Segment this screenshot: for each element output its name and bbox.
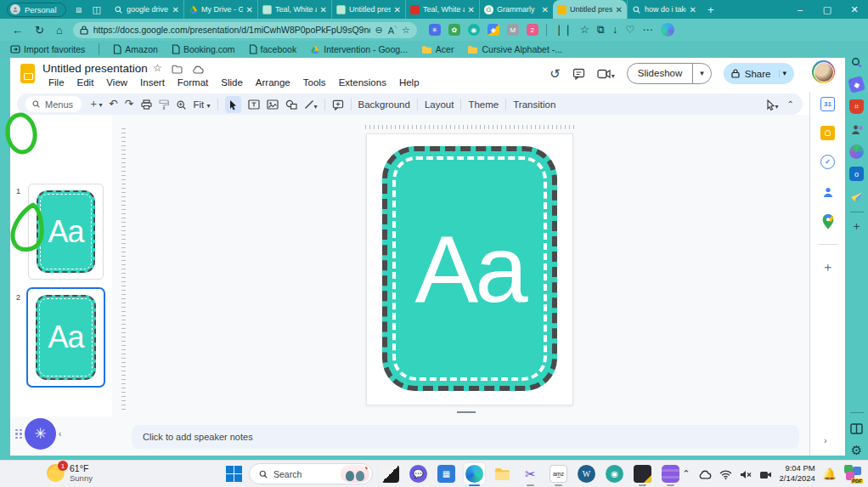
select-tool-button[interactable] (225, 96, 241, 113)
print-icon[interactable] (141, 97, 152, 112)
taskbar-clock[interactable]: 9:04 PM 2/14/2024 (780, 463, 815, 484)
tab-untitled-active[interactable]: Untitled prese...✕ (553, 0, 627, 19)
split-screen-icon[interactable]: ❘❘ (555, 25, 572, 36)
slide-canvas[interactable]: Aa (112, 115, 809, 416)
favorite-acer-folder[interactable]: Acer (421, 44, 454, 54)
menu-insert[interactable]: Insert (134, 76, 171, 88)
read-aloud-icon[interactable]: A◝ (388, 25, 397, 36)
tab-close-icon[interactable]: ✕ (616, 5, 623, 14)
tab-untitled-1[interactable]: Untitled prese...✕ (331, 0, 405, 19)
account-avatar[interactable] (812, 60, 835, 83)
zoom-icon[interactable] (176, 97, 187, 112)
speaker-notes-input[interactable]: Click to add speaker notes (132, 425, 799, 449)
settings-more-icon[interactable]: ⋯ (642, 25, 653, 36)
vertical-tabs-icon[interactable]: ◫ (93, 5, 101, 14)
taskbar-edge-browser[interactable] (464, 463, 485, 484)
hidden-icons-chevron[interactable]: ⌃ (682, 469, 690, 479)
weather-widget[interactable]: 1 61°F Sunny (47, 463, 93, 483)
downloads-icon[interactable]: ↓ (612, 25, 617, 36)
tab-grammarly[interactable]: G Grammarly✕ (479, 0, 553, 19)
menu-format[interactable]: Format (172, 76, 214, 88)
outlook-icon[interactable]: o (849, 167, 864, 181)
favorite-cursive-alphabet-folder[interactable]: Cursive Alphabet -... (467, 44, 562, 54)
maximize-button[interactable]: ▢ (814, 4, 841, 15)
chevron-left-icon[interactable]: ‹ (59, 430, 61, 439)
favorite-booking[interactable]: Booking.com (172, 44, 235, 54)
slide-1-thumbnail[interactable]: Aa (28, 184, 104, 280)
get-add-ons-button[interactable]: ＋ (821, 259, 834, 275)
share-dropdown-icon[interactable]: ▾ (779, 70, 794, 77)
transition-button[interactable]: Transition (513, 99, 555, 110)
tab-google-drive[interactable]: google drive✕ (110, 0, 183, 19)
tab-how-do-i-take[interactable]: how do i take...✕ (627, 0, 701, 19)
sidebar-panel-icon[interactable] (850, 421, 863, 436)
tab-close-icon[interactable]: ✕ (468, 5, 475, 14)
url-field[interactable]: https://docs.google.com/presentation/d/1… (73, 22, 417, 38)
slide-2-thumbnail-selected[interactable]: Aa (26, 287, 105, 388)
back-button[interactable]: ← (12, 25, 23, 36)
taskbar-eye-app[interactable]: ◉ (604, 463, 625, 484)
favorite-amazon[interactable]: Amazon (113, 44, 158, 54)
camera-privacy-icon[interactable] (759, 466, 772, 481)
taskbar-file-explorer[interactable] (492, 463, 513, 484)
copilot-icon[interactable] (661, 23, 674, 37)
home-button[interactable]: ⌂ (56, 25, 63, 36)
new-tab-button[interactable]: + (707, 3, 714, 16)
volume-muted-icon[interactable] (740, 466, 752, 481)
menu-arrange[interactable]: Arrange (250, 76, 296, 88)
favorite-facebook[interactable]: facebook (249, 44, 297, 54)
contacts-icon[interactable] (821, 184, 835, 199)
tab-teal-white-1[interactable]: Teal, White an...✕ (257, 0, 331, 19)
sidebar-search-icon[interactable] (850, 54, 863, 70)
notifications-bell-icon[interactable]: 🔔 (823, 468, 837, 479)
slideshow-button[interactable]: Slideshow ▾ (627, 63, 712, 84)
import-favorites-button[interactable]: Import favorites (10, 44, 85, 54)
menu-extensions[interactable]: Extensions (333, 76, 392, 88)
keep-icon[interactable] (820, 126, 835, 140)
theme-button[interactable]: Theme (468, 99, 499, 110)
shopping-tag-icon[interactable]: ◆ (848, 76, 865, 93)
insert-line-icon[interactable]: ▾ (304, 97, 318, 112)
wifi-icon[interactable] (719, 466, 732, 481)
flashcard-shape[interactable]: Aa (382, 146, 557, 391)
browser-essentials-icon[interactable]: ♡ (625, 25, 634, 36)
taskbar-snipping-tool[interactable]: ✂ (520, 463, 541, 484)
star-document-icon[interactable]: ☆ (153, 63, 162, 75)
menu-edit[interactable]: Edit (71, 76, 100, 88)
insert-comment-icon[interactable] (332, 97, 344, 112)
grammarly-widget[interactable]: ✳ ‹ (15, 418, 61, 450)
paper-plane-icon[interactable] (850, 189, 864, 204)
meet-camera-icon[interactable]: ▾ (597, 66, 615, 82)
zoom-select[interactable]: Fit ▾ (194, 99, 211, 110)
slides-logo-icon[interactable] (20, 64, 35, 83)
minimize-button[interactable]: – (786, 4, 814, 15)
version-history-icon[interactable]: ↺ (550, 67, 561, 80)
extension-icon[interactable]: ✿ (448, 24, 460, 36)
close-button[interactable]: ✕ (841, 4, 868, 15)
taskbar-amazon[interactable]: am̲z (548, 463, 569, 484)
new-slide-button[interactable]: ＋▾ (88, 99, 103, 110)
laser-pointer-icon[interactable]: ▾ (766, 97, 779, 112)
textbox-tool-icon[interactable] (248, 97, 260, 112)
menus-search-button[interactable]: Menus (25, 96, 82, 112)
profile-button[interactable]: Personal (7, 3, 66, 17)
shopping-basket-icon[interactable]: ⌗ (849, 99, 864, 114)
tab-my-drive[interactable]: My Drive - Go...✕ (183, 0, 257, 19)
tab-close-icon[interactable]: ✕ (690, 5, 696, 14)
taskbar-app-dark[interactable] (380, 463, 401, 484)
menu-help[interactable]: Help (393, 76, 426, 88)
collections-icon[interactable]: ⧉ (597, 25, 605, 36)
chevron-right-icon[interactable]: › (824, 436, 827, 445)
extension-icon[interactable]: 2 (527, 24, 538, 36)
refresh-button[interactable]: ↻ (35, 25, 44, 36)
tab-close-icon[interactable]: ✕ (246, 5, 253, 14)
workspaces-icon[interactable]: ⧈ (76, 5, 82, 14)
extension-icon[interactable]: ✳ (429, 24, 441, 36)
redo-icon[interactable]: ↷ (125, 99, 133, 110)
sidebar-settings-gear-icon[interactable]: ⚙ (851, 444, 862, 456)
layout-button[interactable]: Layout (425, 99, 454, 110)
favorite-intervention[interactable]: Intervention - Goog... (310, 44, 408, 54)
slideshow-dropdown-icon[interactable]: ▾ (693, 70, 711, 77)
start-button[interactable] (226, 466, 242, 482)
undo-icon[interactable]: ↶ (110, 99, 118, 110)
